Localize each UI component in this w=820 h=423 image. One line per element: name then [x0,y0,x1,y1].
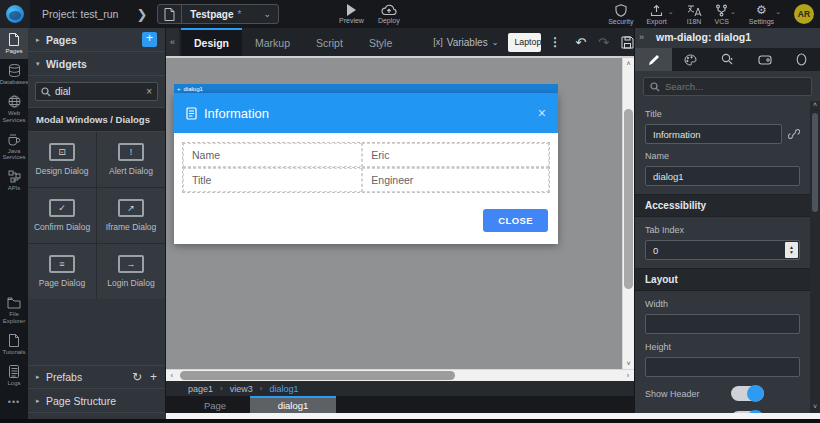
bottom-tab-dialog1[interactable]: dialog1 [250,396,336,413]
wavemaker-logo[interactable] [0,0,30,28]
settings-button[interactable]: ⚙ Settings ⌄ [749,4,781,25]
pages-section-header[interactable]: ▸ Pages + [28,28,165,52]
scroll-down-icon[interactable]: ˅ [813,403,817,413]
canvas-horizontal-scrollbar[interactable]: ‹ › [166,369,634,381]
name-field-input[interactable] [645,166,800,186]
row-value[interactable]: Eric [362,143,549,167]
security-button[interactable]: Security [608,4,633,25]
add-prefab-icon[interactable]: + [150,370,157,384]
dialog-close-icon[interactable]: × [538,105,546,121]
row-value[interactable]: Engineer [362,168,549,192]
add-page-button[interactable]: + [142,32,157,47]
rail-item-web-services[interactable]: Web Services [0,90,28,128]
scroll-up-icon[interactable]: ˄ [626,58,630,69]
redo-button[interactable]: ↷ [598,35,609,50]
show-header-toggle[interactable] [731,386,764,401]
vcs-button[interactable]: VCS ⌄ [715,4,736,25]
rail-item-databases[interactable]: Databases [0,59,28,90]
tab-index-label: Tab Index [645,225,800,235]
row-label[interactable]: Title [183,168,362,192]
bind-link-icon[interactable] [788,128,800,140]
chevron-down-icon: ⌄ [775,8,781,16]
i18n-button[interactable]: I18N [687,4,702,25]
confirm-dialog-icon: ✓ [49,199,75,217]
dialog-close-button[interactable]: CLOSE [483,209,548,232]
tab-index-input[interactable] [645,240,800,260]
tab-device[interactable] [746,48,783,71]
prefabs-section-header[interactable]: ▸ Prefabs ↻ + [28,365,165,389]
scrollbar-thumb[interactable] [812,113,818,212]
breadcrumb-dialog1[interactable]: dialog1 [269,384,298,394]
tab-security[interactable] [783,48,820,71]
scroll-right-icon[interactable]: › [622,372,634,379]
page-selector[interactable]: Testpage * ⌄ [157,4,279,24]
rail-item-java-services[interactable]: Java Services [0,128,28,166]
clear-search-icon[interactable]: × [146,86,152,97]
section-accessibility[interactable]: Accessibility [635,194,810,217]
tab-design[interactable]: Design [181,28,242,56]
scroll-left-icon[interactable]: ‹ [166,372,178,379]
dialog-header[interactable]: Information × [174,93,558,133]
page-structure-section-header[interactable]: ▸ Page Structure [28,389,165,413]
breadcrumb-view3[interactable]: view3 [230,384,253,394]
widgets-section-header[interactable]: ▾ Widgets [28,52,165,76]
scroll-up-icon[interactable]: ˄ [813,101,817,111]
property-search-input[interactable] [665,81,805,92]
width-field-label: Width [645,299,800,309]
tab-properties[interactable] [635,48,672,71]
breadcrumb-page1[interactable]: page1 [188,384,213,394]
dialog-content-table[interactable]: Name Eric Title Engineer [182,142,550,193]
tab-script[interactable]: Script [303,28,356,56]
tab-markup[interactable]: Markup [242,28,303,56]
bottom-tab-page[interactable]: Page [180,396,250,413]
device-select[interactable]: Laptop with MDPI Screen ⌄ [508,33,541,52]
canvas-vertical-scrollbar[interactable]: ˄ ˅ [622,58,634,369]
refresh-icon[interactable]: ↻ [132,370,142,384]
widget-login-dialog[interactable]: → Login Dialog [97,244,165,299]
widget-page-dialog[interactable]: ≡ Page Dialog [28,244,96,299]
tab-styles[interactable] [672,48,709,71]
rail-item-pages[interactable]: Pages [0,28,28,59]
spin-down-icon[interactable]: ▼ [789,250,794,256]
widget-design-dialog[interactable]: ⊡ Design Dialog [28,132,96,187]
tab-style[interactable]: Style [356,28,405,56]
scroll-down-icon[interactable]: ˅ [626,358,630,369]
preview-button[interactable]: Preview [339,4,364,24]
widget-confirm-dialog[interactable]: ✓ Confirm Dialog [28,188,96,243]
row-label[interactable]: Name [183,143,362,167]
tab-events[interactable] [709,48,746,71]
undo-button[interactable]: ↶ [575,35,586,50]
tutorials-icon [8,334,20,347]
rail-item-tutorials[interactable]: Tutorials [0,329,28,360]
rail-item-file-explorer[interactable]: File Explorer [0,292,28,329]
widget-search-input[interactable] [55,86,142,97]
properties-scrollbar[interactable]: ˄ ˅ [810,101,820,413]
rail-item-logs[interactable]: Logs [0,360,28,391]
dialog-widget-preview[interactable]: + dialog1 Information × [174,84,558,244]
rail-overflow-menu[interactable]: ••• [0,391,28,413]
section-layout[interactable]: Layout [635,268,810,291]
rail-item-apis[interactable]: APIs [0,165,28,196]
export-button[interactable]: Export ⌄ [646,4,673,25]
scrollbar-thumb[interactable] [180,371,455,380]
width-field-input[interactable] [645,314,800,334]
search-star-icon [721,53,734,66]
widget-iframe-dialog[interactable]: ↗ Iframe Dialog [97,188,165,243]
canvas-toolbar: « Design Markup Script Style [x] Variabl… [166,28,634,56]
variables-button[interactable]: [x] Variables ⌄ [433,28,498,56]
user-avatar[interactable]: AR [794,4,814,24]
design-canvas[interactable]: + dialog1 Information × [166,56,634,369]
expand-right-panel-button[interactable]: » [635,32,648,42]
center-area: « Design Markup Script Style [x] Variabl… [166,28,634,413]
collapse-left-panel-button[interactable]: « [166,28,179,56]
modal-toggle[interactable] [731,411,764,413]
title-field-input[interactable] [645,124,782,144]
scrollbar-thumb[interactable] [624,109,633,288]
dialog-selection-tag[interactable]: + dialog1 [174,84,558,93]
save-button[interactable] [621,36,634,49]
height-field-input[interactable] [645,357,800,377]
number-stepper[interactable]: ▲ ▼ [785,242,798,258]
more-options-icon[interactable]: ⋮ [549,35,561,49]
widget-alert-dialog[interactable]: ! Alert Dialog [97,132,165,187]
deploy-button[interactable]: Deploy [378,4,400,24]
